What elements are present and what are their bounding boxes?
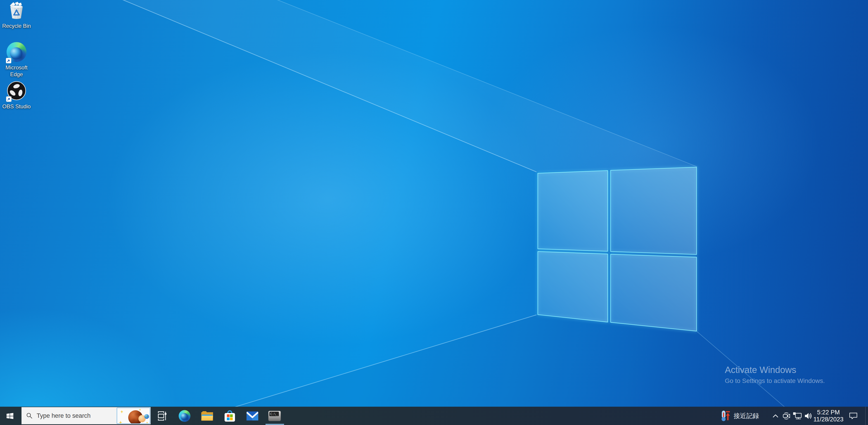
- microsoft-store-button[interactable]: [219, 407, 241, 425]
- news-widget-label: 接近記録: [734, 412, 759, 420]
- news-and-interests-widget[interactable]: 接近記録: [719, 407, 767, 425]
- clock-date: 11/28/2023: [813, 416, 843, 423]
- thermometer-icon: [720, 410, 731, 422]
- store-icon: [224, 410, 235, 422]
- taskbar-search-box[interactable]: [22, 407, 151, 424]
- desktop-icon-label: OBS Studio: [0, 103, 33, 110]
- search-icon: [26, 413, 33, 419]
- edge-taskbar-button[interactable]: [174, 407, 195, 425]
- volume-icon: [804, 412, 813, 420]
- network-icon: [793, 412, 802, 420]
- file-explorer-button[interactable]: [196, 407, 218, 425]
- command-prompt-button[interactable]: C:\_: [264, 407, 285, 425]
- notification-icon: [849, 412, 858, 420]
- mail-icon: [247, 412, 258, 421]
- desktop-icon-recycle-bin[interactable]: Recycle Bin: [0, 1, 33, 29]
- taskbar: C:\_ 接近記録: [0, 407, 868, 425]
- desktop-icon-obs-studio[interactable]: OBS Studio: [0, 81, 33, 110]
- earth-planet-icon: [144, 414, 149, 419]
- task-view-button[interactable]: [151, 407, 173, 425]
- show-desktop-button[interactable]: [865, 407, 868, 425]
- sparkle-icon: [119, 421, 122, 424]
- sparkle-icon: [139, 408, 141, 411]
- wallpaper-art: [0, 0, 868, 425]
- edge-icon: [6, 42, 27, 63]
- shortcut-arrow-icon: [6, 58, 11, 63]
- clock-time: 5:22 PM: [817, 409, 840, 416]
- sparkle-icon: [120, 410, 123, 414]
- show-hidden-icons-button[interactable]: [770, 407, 781, 425]
- shortcut-arrow-icon: [6, 96, 11, 102]
- command-prompt-screen-text: C:\_: [269, 412, 279, 416]
- desktop-icon-microsoft-edge[interactable]: Microsoft Edge: [0, 42, 33, 78]
- recycle-bin-icon: [8, 1, 25, 21]
- light-wedge: [0, 0, 697, 172]
- chevron-up-icon: [772, 413, 779, 419]
- activate-windows-watermark: Activate Windows Go to Settings to activ…: [725, 365, 865, 385]
- action-center-button[interactable]: [846, 407, 860, 425]
- task-view-icon: [156, 411, 167, 421]
- desktop-icon-label: Recycle Bin: [0, 23, 33, 29]
- clock[interactable]: 5:22 PM 11/28/2023: [814, 407, 843, 425]
- meet-now-button[interactable]: [781, 407, 792, 425]
- windows-desktop: Recycle Bin Microsoft Edge: [0, 0, 868, 425]
- bing-daily-planets-icon[interactable]: [117, 407, 150, 424]
- start-button[interactable]: [0, 407, 20, 425]
- obs-studio-icon: [7, 81, 26, 101]
- running-app-indicator: [266, 424, 284, 425]
- file-explorer-icon: [201, 411, 213, 421]
- edge-icon: [179, 410, 190, 422]
- meet-now-icon: [782, 412, 790, 420]
- sparkle-icon: [146, 422, 148, 424]
- windows-logo-wallpaper: [538, 167, 696, 331]
- volume-button[interactable]: [803, 407, 813, 425]
- windows-logo-icon: [6, 412, 14, 420]
- command-prompt-icon: C:\_: [268, 411, 281, 421]
- desktop-icon-label: Edge: [0, 71, 33, 78]
- desktop-icon-label: Microsoft: [0, 64, 33, 71]
- watermark-subtitle: Go to Settings to activate Windows.: [725, 377, 865, 385]
- network-button[interactable]: [792, 407, 803, 425]
- mail-button[interactable]: [242, 407, 263, 425]
- watermark-title: Activate Windows: [725, 365, 865, 375]
